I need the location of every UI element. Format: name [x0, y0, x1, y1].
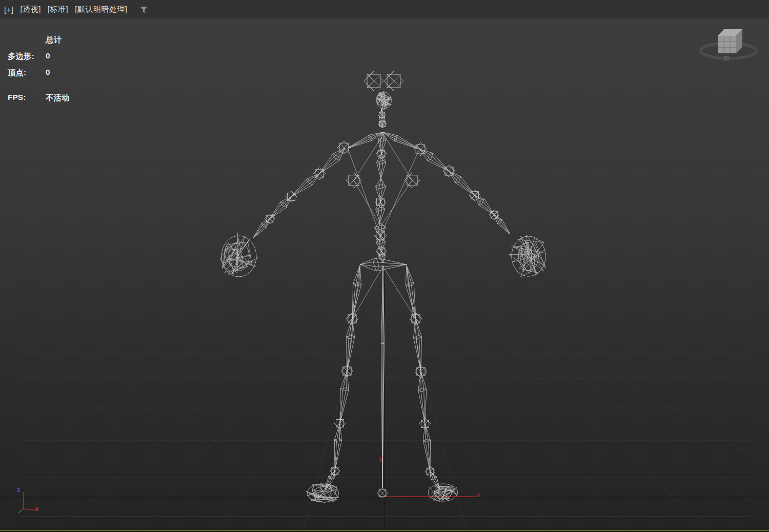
stats-vertices-value: 0 — [46, 68, 50, 78]
stats-vertices-label: 顶点: — [8, 68, 46, 78]
viewcube[interactable]: 前 — [701, 29, 756, 62]
filter-funnel-icon[interactable] — [139, 6, 148, 14]
stats-polygons-row: 多边形: 0 — [8, 51, 70, 62]
tripod-x-axis-label: x — [35, 505, 38, 513]
world-x-axis-label: x — [477, 491, 480, 499]
viewport-scene[interactable]: 前 — [0, 0, 769, 532]
stats-total-label: 总计 — [46, 35, 62, 46]
stats-fps-row: FPS: 不活动 — [8, 93, 70, 104]
stats-polygons-value: 0 — [46, 51, 50, 62]
world-axes-dark — [0, 268, 769, 532]
viewport-menu-pov[interactable]: [透视] — [21, 5, 41, 14]
viewport-label-bar: [+] [透视] [标准] [默认明暗处理] — [4, 5, 148, 14]
stats-fps-label: FPS: — [8, 93, 46, 104]
viewport-menu-standard[interactable]: [标准] — [48, 5, 68, 14]
stats-vertices-row: 顶点: 0 — [8, 68, 70, 78]
viewport-menu-shading[interactable]: [默认明暗处理] — [75, 5, 127, 14]
stats-fps-value: 不活动 — [46, 93, 70, 104]
world-y-axis-label: y — [379, 454, 383, 462]
biped-skeleton-wireframe[interactable] — [220, 71, 547, 502]
stats-header-spacer — [8, 35, 46, 46]
axis-tripod — [18, 492, 35, 513]
viewcube-front-label[interactable]: 前 — [723, 55, 730, 62]
viewport-menu-general[interactable]: [+] — [4, 5, 14, 14]
stats-polygons-label: 多边形: — [8, 51, 46, 62]
stats-header-row: 总计 — [8, 35, 70, 46]
tripod-z-axis-label: z — [17, 486, 21, 494]
viewport-statistics: 总计 多边形: 0 顶点: 0 FPS: 不活动 — [8, 35, 70, 109]
viewport-bottom-highlight-line — [0, 530, 769, 531]
